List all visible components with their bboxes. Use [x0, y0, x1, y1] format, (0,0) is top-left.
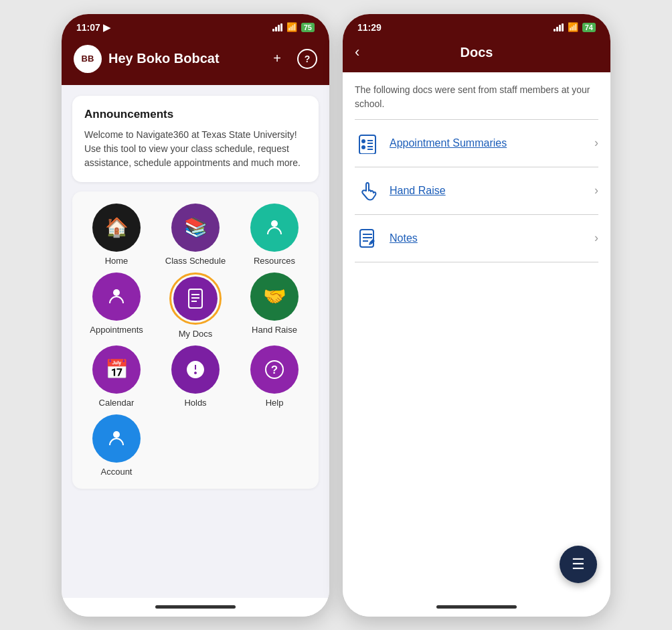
hand-raise-label: Hand Raise: [252, 325, 297, 335]
svg-point-13: [361, 145, 365, 149]
appointment-summaries-chevron: ›: [594, 136, 598, 150]
right-phone: 11:29 📶 74 ‹ Docs The following docs wer…: [343, 14, 610, 617]
avatar-bb: BB: [74, 45, 102, 73]
left-phone: 11:07 ▶ 📶 75 BB Hey Boko Bobcat: [62, 14, 329, 617]
menu-item-class-schedule[interactable]: 📚 Class Schedule: [158, 204, 233, 266]
menu-item-help[interactable]: ? Help: [237, 345, 312, 408]
my-docs-selected-border: [169, 272, 222, 325]
resources-label: Resources: [254, 256, 295, 266]
signal-icon-right: [554, 23, 564, 31]
status-bar-right: 11:29 📶 74: [343, 14, 610, 38]
appointments-icon: [92, 272, 141, 321]
svg-point-8: [113, 431, 120, 438]
menu-item-holds[interactable]: Holds: [158, 345, 233, 408]
menu-grid-card: 🏠 Home 📚 Class Schedule: [72, 191, 319, 489]
help-label: Help: [266, 398, 284, 408]
account-icon: [92, 414, 141, 463]
battery-left: 75: [301, 23, 315, 32]
home-bar-right: [436, 605, 517, 609]
class-schedule-icon: 📚: [171, 204, 220, 252]
hand-raise-doc-icon: [355, 178, 380, 204]
help-icon: ?: [250, 345, 299, 394]
hand-raise-doc-chevron: ›: [594, 183, 598, 198]
svg-text:?: ?: [271, 364, 278, 376]
calendar-icon: 📅: [92, 345, 141, 394]
home-label: Home: [105, 256, 129, 266]
wifi-icon-left: 📶: [286, 22, 297, 32]
home-indicator-left: [62, 598, 329, 617]
add-button[interactable]: +: [266, 48, 288, 70]
time-left: 11:07: [76, 22, 100, 33]
svg-point-10: [361, 139, 365, 143]
fab-icon: ☰: [572, 556, 585, 573]
account-label: Account: [101, 467, 133, 477]
menu-item-resources[interactable]: Resources: [237, 204, 312, 266]
menu-item-account[interactable]: Account: [79, 414, 154, 477]
home-indicator-right: [343, 598, 610, 617]
menu-item-my-docs[interactable]: My Docs: [158, 272, 233, 339]
docs-title: Docs: [460, 45, 493, 60]
calendar-label: Calendar: [99, 398, 135, 408]
fab-button[interactable]: ☰: [560, 546, 597, 583]
back-button[interactable]: ‹: [355, 44, 359, 61]
home-icon: 🏠: [92, 204, 141, 252]
home-bar-left: [155, 605, 236, 609]
battery-right: 74: [582, 23, 596, 32]
docs-body: The following docs were sent from staff …: [343, 72, 610, 598]
my-docs-label: My Docs: [179, 329, 213, 339]
announcements-body: Welcome to Navigate360 at Texas State Un…: [84, 128, 307, 170]
menu-item-appointments[interactable]: Appointments: [79, 272, 154, 339]
resources-icon: [250, 204, 299, 252]
hand-raise-icon: 🤝: [250, 272, 299, 321]
app-header-left: BB Hey Boko Bobcat + ?: [62, 38, 329, 85]
signal-icon-left: [272, 23, 282, 31]
help-header-button[interactable]: ?: [297, 49, 317, 69]
menu-item-calendar[interactable]: 📅 Calendar: [79, 345, 154, 408]
notes-label: Notes: [390, 232, 585, 244]
class-schedule-label: Class Schedule: [165, 256, 226, 266]
holds-label: Holds: [184, 398, 206, 408]
time-right: 11:29: [357, 22, 382, 33]
appointment-summaries-label: Appointment Summaries: [390, 137, 585, 149]
docs-item-hand-raise[interactable]: Hand Raise ›: [343, 167, 610, 214]
docs-item-appointment-summaries[interactable]: Appointment Summaries ›: [343, 120, 610, 167]
hand-raise-doc-label: Hand Raise: [390, 185, 585, 197]
appointments-label: Appointments: [90, 325, 143, 335]
notes-chevron: ›: [594, 231, 598, 245]
holds-icon: [171, 345, 220, 394]
menu-item-home[interactable]: 🏠 Home: [79, 204, 154, 266]
divider-3: [355, 262, 598, 262]
announcements-title: Announcements: [84, 108, 307, 121]
docs-header: ‹ Docs: [343, 38, 610, 72]
menu-item-hand-raise[interactable]: 🤝 Hand Raise: [237, 272, 312, 339]
announcements-card: Announcements Welcome to Navigate360 at …: [72, 96, 319, 182]
wifi-icon-right: 📶: [568, 22, 578, 32]
svg-point-1: [113, 289, 120, 296]
docs-item-notes[interactable]: Notes ›: [343, 215, 610, 262]
my-docs-icon: [173, 277, 218, 321]
location-icon: ▶: [103, 22, 110, 33]
svg-rect-9: [359, 135, 375, 154]
phone-body-left: Announcements Welcome to Navigate360 at …: [62, 85, 329, 598]
status-bar-left: 11:07 ▶ 📶 75: [62, 14, 329, 38]
svg-point-0: [271, 220, 278, 227]
notes-icon: [355, 226, 380, 251]
header-title-left: Hey Boko Bobcat: [108, 51, 220, 66]
docs-description: The following docs were sent from staff …: [343, 72, 610, 119]
appointment-summaries-icon: [355, 131, 380, 156]
menu-grid: 🏠 Home 📚 Class Schedule: [79, 204, 312, 477]
